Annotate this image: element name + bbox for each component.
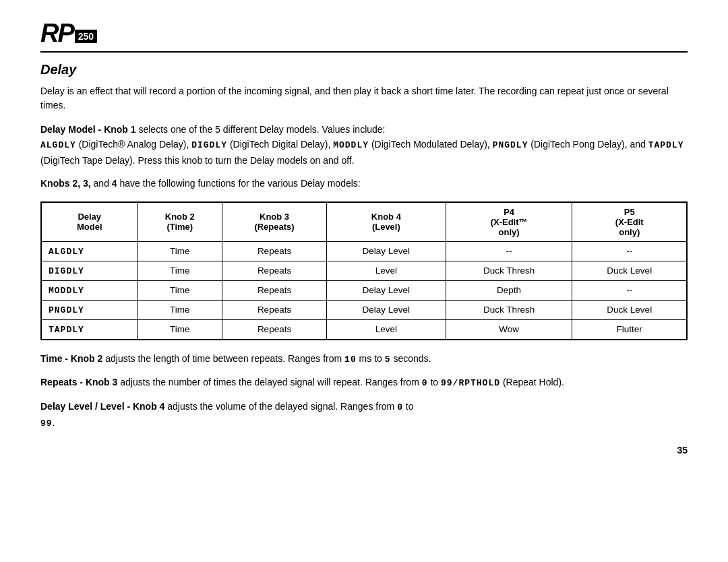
repeats-max: 99/RPTHOLD [441,378,500,388]
table-cell-p4: -- [446,241,572,261]
knobs-intro: Knobs 2, 3, and 4 have the following fun… [40,177,688,191]
table-row: TAPDLYTimeRepeatsLevelWowFlutter [42,319,687,339]
logo-area: RP 250 [40,20,688,46]
delay-table: DelayModel Knob 2(Time) Knob 3(Repeats) … [40,201,688,340]
col-header-knob2: Knob 2(Time) [138,202,222,241]
knobs-bold-4: 4 [112,178,117,189]
header-divider [40,51,688,53]
repeats-paragraph: Repeats - Knob 3 adjusts the number of t… [40,375,688,391]
logo-number: 250 [75,30,97,43]
table-cell-p4: Depth [446,280,572,300]
level-paragraph: Delay Level / Level - Knob 4 adjusts the… [40,399,688,431]
table-cell-p5: Flutter [572,319,687,339]
delay-model-paragraph: Delay Model - Knob 1 selects one of the … [40,122,688,168]
section-title: Delay [40,62,688,77]
table-cell-knob4: Delay Level [326,300,446,319]
level-bold: Delay Level / Level - Knob 4 [40,401,164,412]
table-row: ALGDLYTimeRepeatsDelay Level---- [42,241,687,261]
time-bold: Time - Knob 2 [40,353,102,364]
table-cell-knob2: Time [138,300,222,319]
model-digdly: DIGDLY [191,140,227,150]
level-min: 0 [397,402,403,412]
table-cell-knob4: Delay Level [326,280,446,300]
model-pngdly: PNGDLY [493,140,528,150]
col-header-p4: P4(X-Edit™only) [446,202,572,241]
table-cell-p5: Duck Level [572,261,687,280]
table-cell-knob3: Repeats [222,300,327,319]
time-min: 10 [344,354,357,365]
repeats-bold: Repeats - Knob 3 [40,377,117,387]
table-cell-p5: Duck Level [572,300,687,319]
table-cell-model: TAPDLY [42,319,138,339]
table-cell-p5: -- [572,241,687,261]
time-max: 5 [385,354,391,365]
table-cell-knob4: Level [326,319,446,339]
table-cell-p4: Duck Thresh [446,261,572,280]
table-cell-knob3: Repeats [222,319,327,339]
level-max: 99 [40,418,53,429]
table-cell-knob2: Time [138,261,222,280]
model-algdly: ALGDLY [40,140,76,150]
table-cell-knob3: Repeats [222,261,327,280]
col-header-knob4: Knob 4(Level) [326,202,446,241]
intro-paragraph: Delay is an effect that will record a po… [40,84,688,113]
table-cell-knob3: Repeats [222,280,327,300]
table-cell-model: DIGDLY [42,261,138,280]
table-cell-knob2: Time [138,280,222,300]
page-number: 35 [40,445,688,456]
table-cell-knob3: Repeats [222,241,327,261]
table-cell-knob4: Level [326,261,446,280]
col-header-delay-model: DelayModel [42,202,138,241]
repeats-min: 0 [422,378,428,388]
table-cell-knob2: Time [138,241,222,261]
time-paragraph: Time - Knob 2 adjusts the length of time… [40,351,688,367]
logo-rp: RP [40,20,73,46]
table-cell-model: PNGDLY [42,300,138,319]
col-header-p5: P5(X-Editonly) [572,202,687,241]
model-moddly: MODDLY [333,140,369,150]
table-cell-model: ALGDLY [42,241,138,261]
knobs-bold: Knobs 2, 3, [40,178,91,189]
model-tapdly: TAPDLY [648,140,684,150]
col-header-knob3: Knob 3(Repeats) [222,202,327,241]
table-cell-knob2: Time [138,319,222,339]
table-cell-model: MODDLY [42,280,138,300]
table-header-row: DelayModel Knob 2(Time) Knob 3(Repeats) … [42,202,687,241]
table-row: MODDLYTimeRepeatsDelay LevelDepth-- [42,280,687,300]
delay-model-bold: Delay Model - Knob 1 [40,124,136,135]
table-row: PNGDLYTimeRepeatsDelay LevelDuck ThreshD… [42,300,687,319]
table-cell-knob4: Delay Level [326,241,446,261]
table-cell-p4: Wow [446,319,572,339]
table-row: DIGDLYTimeRepeatsLevelDuck ThreshDuck Le… [42,261,687,280]
table-cell-p4: Duck Thresh [446,300,572,319]
table-cell-p5: -- [572,280,687,300]
